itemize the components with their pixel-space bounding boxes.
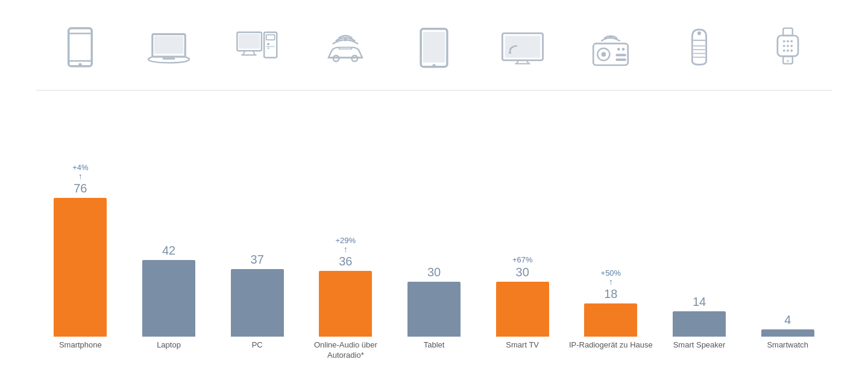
value-tablet: 30	[427, 265, 441, 279]
svg-point-46	[783, 40, 785, 42]
bar-wrapper-pc: 37	[213, 253, 301, 337]
svg-rect-37	[616, 59, 626, 61]
chart-container: +4% ↑ 76 Smartphone 42 Laptop 37 PC	[0, 0, 868, 368]
svg-rect-13	[266, 34, 274, 39]
annotation-online-audio: +29% ↑	[336, 236, 356, 253]
bar-online-audio	[319, 271, 372, 337]
svg-point-20	[352, 55, 358, 61]
svg-point-3	[79, 63, 82, 66]
svg-point-50	[787, 45, 789, 47]
svg-rect-5	[154, 36, 183, 54]
annotation-text-online-audio: +29%	[336, 236, 356, 245]
icons-row	[36, 12, 832, 90]
svg-point-19	[333, 55, 339, 61]
bar-laptop	[142, 260, 195, 337]
annotation-text-smartphone: +4%	[72, 163, 88, 172]
value-laptop: 42	[162, 244, 175, 258]
svg-rect-22	[423, 31, 445, 62]
svg-point-33	[602, 52, 606, 57]
bar-group-online-audio: +29% ↑ 36 Online-Audio über Autoradio*	[301, 97, 390, 362]
label-ip-radio: IP-Radiogerät zu Hause	[569, 340, 653, 362]
annotation-smart-tv: +67%	[512, 255, 533, 264]
smartwatch-icon	[743, 27, 832, 69]
bars-area: +4% ↑ 76 Smartphone 42 Laptop 37 PC	[36, 90, 832, 362]
smart-speaker-icon	[655, 27, 744, 69]
svg-point-34	[617, 48, 620, 51]
bar-smartwatch	[761, 329, 814, 337]
bar-group-smartphone: +4% ↑ 76 Smartphone	[36, 97, 125, 362]
bar-group-tablet: 30 Tablet	[390, 97, 479, 362]
svg-point-26	[509, 51, 511, 54]
radio-icon	[567, 27, 655, 69]
label-online-audio: Online-Audio über Autoradio*	[301, 340, 390, 362]
value-online-audio: 36	[339, 255, 352, 268]
bar-wrapper-smartwatch: 4	[743, 313, 832, 337]
arrow-smartphone: ↑	[78, 172, 83, 180]
svg-point-30	[609, 36, 612, 39]
label-laptop: Laptop	[157, 340, 181, 362]
label-smart-speaker: Smart Speaker	[673, 340, 726, 362]
svg-rect-44	[783, 28, 793, 35]
svg-point-49	[783, 45, 785, 47]
bar-group-pc: 37 PC	[213, 97, 301, 362]
bar-group-laptop: 42 Laptop	[125, 97, 213, 362]
smartphone-icon	[36, 27, 125, 69]
svg-point-51	[790, 45, 793, 47]
svg-point-52	[783, 49, 785, 51]
svg-point-56	[787, 60, 788, 62]
bar-wrapper-laptop: 42	[125, 244, 213, 337]
svg-point-15	[267, 47, 269, 49]
bar-smart-speaker	[673, 311, 726, 337]
svg-rect-36	[616, 54, 626, 56]
label-tablet: Tablet	[424, 340, 445, 362]
bar-group-ip-radio: +50% ↑ 18 IP-Radiogerät zu Hause	[567, 97, 655, 362]
svg-point-23	[432, 64, 435, 67]
svg-point-48	[790, 40, 793, 42]
svg-rect-8	[239, 34, 260, 48]
laptop-icon	[125, 27, 213, 69]
svg-point-54	[790, 49, 793, 51]
annotation-text-ip-radio: +50%	[601, 268, 621, 278]
svg-point-17	[344, 38, 347, 41]
bar-wrapper-smart-tv: +67% 30	[478, 255, 567, 337]
bar-tablet	[407, 282, 461, 337]
bar-smartphone	[54, 198, 107, 337]
value-smartwatch: 4	[784, 313, 791, 327]
value-smartphone: 76	[74, 182, 87, 195]
car-audio-icon	[301, 27, 390, 69]
bar-smart-tv	[496, 282, 549, 337]
annotation-ip-radio: +50% ↑	[601, 268, 621, 286]
annotation-text-smart-tv: +67%	[512, 255, 533, 264]
svg-point-47	[787, 40, 789, 42]
annotation-smartphone: +4% ↑	[72, 163, 88, 180]
bar-group-smart-speaker: 14 Smart Speaker	[655, 97, 744, 362]
svg-point-53	[787, 49, 789, 51]
value-ip-radio: 18	[604, 287, 617, 301]
svg-point-35	[622, 48, 625, 51]
label-pc: PC	[252, 340, 263, 362]
tablet-icon	[390, 27, 479, 69]
desktop-pc-icon	[213, 27, 301, 69]
value-smart-tv: 30	[516, 265, 529, 279]
bar-group-smartwatch: 4 Smart­watch	[743, 97, 832, 362]
bar-wrapper-online-audio: +29% ↑ 36	[301, 236, 390, 337]
label-smartwatch: Smart­watch	[767, 340, 808, 362]
value-smart-speaker: 14	[693, 295, 706, 309]
bar-pc	[231, 269, 284, 337]
bar-wrapper-ip-radio: +50% ↑ 18	[567, 268, 655, 337]
bar-wrapper-tablet: 30	[390, 265, 479, 337]
bar-ip-radio	[584, 303, 637, 337]
svg-point-14	[267, 42, 269, 45]
svg-rect-25	[505, 36, 540, 57]
value-pc: 37	[251, 253, 264, 267]
label-smart-tv: Smart TV	[506, 340, 539, 362]
arrow-online-audio: ↑	[344, 245, 348, 253]
svg-point-39	[697, 31, 701, 35]
bar-wrapper-smartphone: +4% ↑ 76	[36, 163, 125, 337]
bar-group-smart-tv: +67% 30 Smart TV	[478, 97, 567, 362]
smart-tv-icon	[478, 27, 567, 69]
arrow-ip-radio: ↑	[609, 278, 613, 286]
bar-wrapper-smart-speaker: 14	[655, 295, 744, 337]
label-smartphone: Smartphone	[59, 340, 102, 362]
